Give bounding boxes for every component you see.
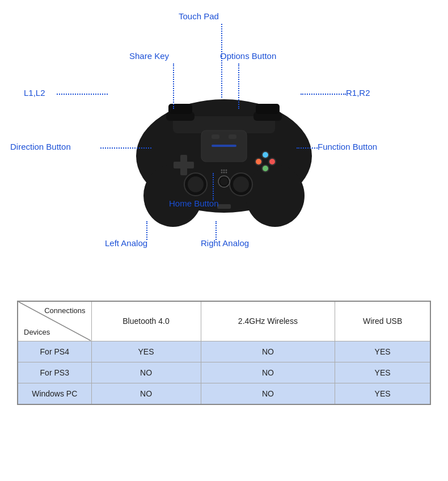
value-cell: NO [91,362,201,383]
col-wireless: 2.4GHz Wireless [201,301,335,341]
col-bluetooth: Bluetooth 4.0 [91,301,201,341]
value-cell: NO [201,341,335,362]
svg-point-16 [269,159,275,164]
compatibility-table: Connections Devices Bluetooth 4.0 2.4GHz… [0,301,448,405]
svg-point-22 [233,176,249,192]
sharekey-label: Share Key [129,51,169,61]
svg-point-32 [226,172,227,174]
svg-point-20 [188,176,204,192]
diagonal-header-cell: Connections Devices [18,301,91,341]
svg-point-29 [226,170,227,171]
svg-point-24 [220,178,228,185]
svg-rect-8 [256,104,280,114]
svg-rect-10 [174,162,194,168]
svg-point-28 [223,170,225,171]
svg-point-2 [246,164,305,227]
r1r2-label: R1,R2 [346,88,370,98]
svg-point-17 [263,166,268,171]
home-label: Home Button [169,199,219,208]
svg-rect-34 [212,145,236,147]
table-row: For PS4YESNOYES [18,341,430,362]
col-wiredusb: Wired USB [335,301,430,341]
svg-point-31 [223,172,225,174]
svg-point-15 [263,152,268,158]
svg-rect-33 [217,204,231,209]
controller-illustration [128,71,320,230]
svg-point-30 [221,172,223,174]
device-cell: For PS3 [18,362,91,383]
touchpad-label: Touch Pad [179,11,219,21]
svg-point-27 [221,170,223,171]
function-label: Function Button [318,142,377,151]
svg-point-18 [256,159,261,164]
direction-label: Direction Button [10,142,71,151]
connections-label: Connections [44,306,85,315]
value-cell: NO [91,383,201,404]
svg-rect-26 [229,134,236,139]
rightanalog-label: Right Analog [201,238,249,248]
svg-rect-7 [168,104,192,114]
value-cell: YES [335,383,430,404]
device-cell: Windows PC [18,383,91,404]
value-cell: NO [201,383,335,404]
l1l2-label: L1,L2 [24,88,45,98]
value-cell: NO [201,362,335,383]
devices-label: Devices [24,328,50,336]
value-cell: YES [91,341,201,362]
svg-rect-25 [212,134,219,139]
value-cell: YES [335,362,430,383]
table-row: For PS3NONOYES [18,362,430,383]
device-cell: For PS4 [18,341,91,362]
table-header-row: Connections Devices Bluetooth 4.0 2.4GHz… [18,301,430,341]
table-row: Windows PCNONOYES [18,383,430,404]
value-cell: YES [335,341,430,362]
controller-diagram: Touch Pad Share Key Options Button L1,L2… [0,0,448,301]
options-label: Options Button [220,51,276,61]
leftanalog-label: Left Analog [105,238,147,248]
